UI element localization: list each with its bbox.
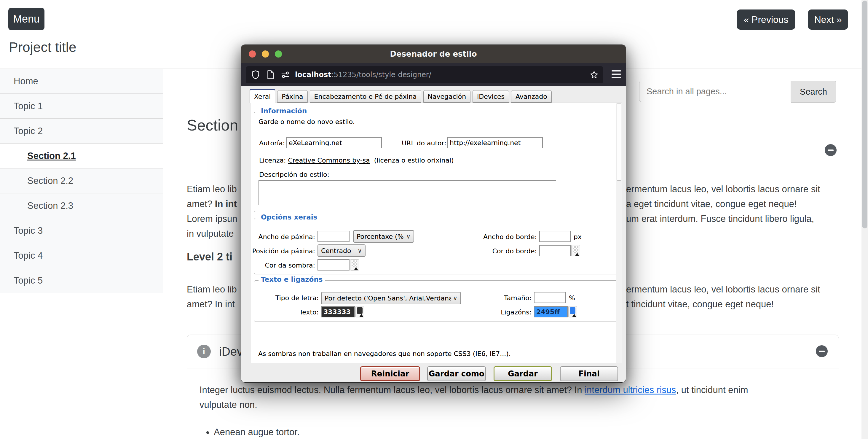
gardar-como-button[interactable]: Gardar como [427,366,486,381]
url-text: localhost:51235/tools/style-designer/ [295,70,586,79]
cor-borde-label: Cor do borde: [462,247,537,255]
sidebar-item-topic4[interactable]: Topic 4 [0,243,163,268]
cor-borde-input[interactable] [539,245,571,256]
posicion-label: Posición da páxina: [251,247,315,255]
fieldset-opcions-xerais: Opcións xerais Ancho de páxina: Porcenta… [254,218,619,274]
sidebar-item-section22[interactable]: Section 2.2 [0,169,163,194]
px-unit-label: px [574,233,582,240]
fieldset-legend: Opcións xerais [258,213,319,221]
ligazons-color-input[interactable] [534,306,568,317]
idevice-link[interactable]: interdum ultricies risus [585,385,676,395]
ancho-borde-input[interactable] [539,231,571,242]
maximize-icon[interactable] [275,51,282,58]
menu-hamburger-icon[interactable] [612,70,621,79]
section-collapse-icon[interactable] [825,144,837,156]
tab-encabezamento[interactable]: Encabezamento e Pé de páxina [310,90,421,103]
swatch-triangle-icon [572,314,576,317]
section-heading: Section [187,116,238,134]
minimize-icon[interactable] [262,51,269,58]
paragraph-fragment: Etiam leo lib [187,284,237,295]
sidebar-nav: Home Topic 1 Topic 2 Section 2.1 Section… [0,69,163,293]
tamano-label: Tamaño: [462,294,531,302]
chevron-down-icon: ∨ [406,233,410,240]
cor-sombra-swatch-button[interactable] [350,259,359,270]
window-titlebar[interactable]: Deseñador de estilo [241,45,626,63]
select-value: Porcentaxe (%) [356,233,404,240]
close-icon[interactable] [249,51,256,58]
reiniciar-button[interactable]: Reiniciar [360,366,420,381]
autoria-label: Autoría: [259,139,285,147]
tipo-letra-label: Tipo de letra: [251,294,319,302]
page-info-icon[interactable] [265,70,275,80]
ancho-paxina-input[interactable] [317,231,349,242]
next-button[interactable]: Next » [808,9,848,30]
shield-icon[interactable] [250,70,260,80]
gardar-button[interactable]: Gardar [494,366,552,381]
url-bar[interactable]: localhost:51235/tools/style-designer/ [246,66,603,83]
search-bar: Search [639,81,836,102]
menu-button[interactable]: Menu [8,8,44,30]
idevice-title: iDev [219,345,243,358]
ancho-unit-select[interactable]: Porcentaxe (%)∨ [353,230,414,243]
transparent-color-chip [573,246,578,253]
licenza-label: Licenza: [259,156,286,164]
list-item: Aenean augue tortor. [214,425,826,439]
idevice-text: , ut tincidunt enim [676,385,748,395]
tab-xeral[interactable]: Xeral [250,89,275,103]
autoria-input[interactable] [286,137,382,148]
fieldset-legend: Texto e ligazóns [258,275,325,283]
licenza-link[interactable]: Creative Commons by-sa [288,156,370,164]
descripcion-textarea[interactable] [258,180,556,205]
previous-button[interactable]: « Previous [737,9,795,30]
style-designer-page: Xeral Páxina Encabezamento e Pé de páxin… [241,86,626,382]
bookmark-star-icon[interactable] [590,70,598,79]
licenza-line: Licenza: Creative Commons by-sa (licenza… [259,156,454,164]
tab-navegacion[interactable]: Navegación [423,90,471,103]
sidebar-item-home[interactable]: Home [0,69,163,94]
sidebar-item-topic1[interactable]: Topic 1 [0,94,163,119]
url-autor-input[interactable] [447,137,543,148]
tab-paxina[interactable]: Páxina [277,90,307,103]
chevron-down-icon: ∨ [358,247,362,254]
cor-sombra-label: Cor da sombra: [251,262,315,269]
idevice-collapse-icon[interactable] [816,345,828,357]
licenza-note: (licenza o estilo orixinal) [374,156,454,164]
final-button[interactable]: Final [560,366,618,381]
texto-color-input[interactable] [321,306,355,317]
search-input[interactable] [639,81,791,102]
ligazons-swatch-button[interactable] [568,306,577,317]
tamano-input[interactable] [534,292,566,303]
dialog-scrollbar-thumb[interactable] [617,104,621,181]
url-host: localhost [295,70,332,79]
permissions-icon[interactable] [280,70,290,80]
texto-label: Texto: [251,309,319,316]
style-designer-window: Deseñador de estilo localhost:51235/tool… [241,45,626,383]
page-scrollbar-thumb[interactable] [862,1,867,228]
cor-borde-swatch-button[interactable] [571,245,580,256]
paragraph-text: amet? [187,199,215,209]
search-button[interactable]: Search [791,81,836,103]
info-intro: Garde o nome do novo estilo. [258,118,355,125]
swatch-triangle-icon [354,267,358,270]
posicion-select[interactable]: Centrado∨ [317,244,366,257]
link-color-chip [570,307,576,314]
paragraph-fragment: Lorem ipsun [187,213,238,224]
tab-idevices[interactable]: iDevices [472,90,509,103]
sidebar-item-section23[interactable]: Section 2.3 [0,194,163,218]
idevice-list: Aenean augue tortor. [199,425,826,439]
tab-avanzado[interactable]: Avanzado [511,90,552,103]
sidebar-item-section21[interactable]: Section 2.1 [0,144,163,169]
texto-swatch-button[interactable] [355,306,364,317]
sidebar-item-topic5[interactable]: Topic 5 [0,268,163,293]
browser-toolbar: localhost:51235/tools/style-designer/ [241,63,626,86]
fieldset-informacion: Información Garde o nome do novo estilo.… [254,112,619,212]
chevron-down-icon: ∨ [453,295,458,302]
dialog-scrollbar-track [616,103,622,363]
cor-sombra-input[interactable] [317,259,349,270]
paragraph-fragment: in vulputate [187,228,234,239]
text-color-chip [357,307,363,314]
sidebar-item-topic3[interactable]: Topic 3 [0,218,163,243]
paragraph-fragment: Etiam leo lib [187,184,237,195]
tipo-letra-select[interactable]: Por defecto ('Open Sans', Arial,Verdana,… [321,292,461,304]
sidebar-item-topic2[interactable]: Topic 2 [0,119,163,144]
